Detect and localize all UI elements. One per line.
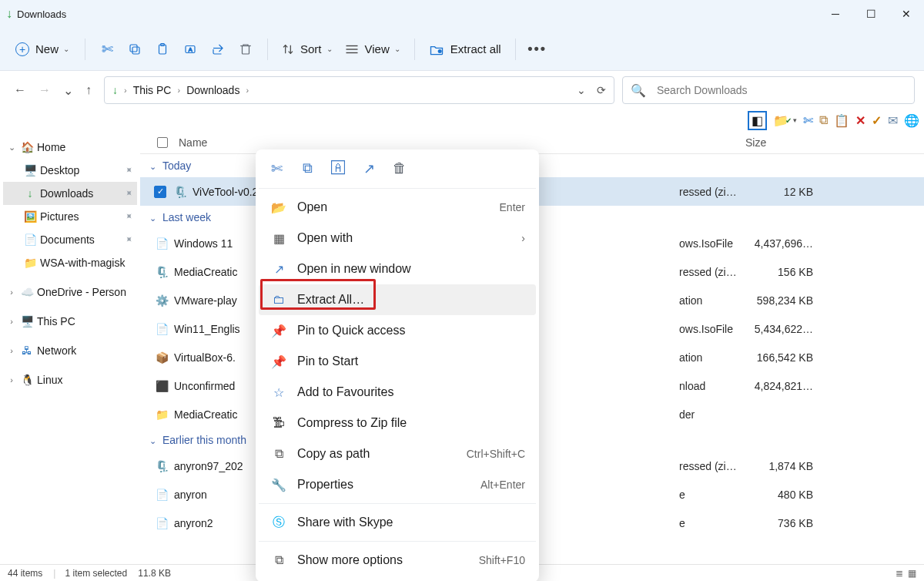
sidebar-wsa[interactable]: 📁WSA-with-magisk bbox=[3, 251, 137, 274]
extract-all-label: Extract all bbox=[450, 42, 501, 55]
minimize-button[interactable]: ─ bbox=[818, 0, 853, 28]
maximize-button[interactable]: ☐ bbox=[853, 0, 889, 28]
cut-button[interactable]: ✄ bbox=[93, 35, 121, 63]
more-button[interactable]: ••• bbox=[524, 35, 551, 63]
ctx-pin-start[interactable]: 📌Pin to Start bbox=[259, 346, 536, 377]
group-label: Today bbox=[162, 160, 191, 172]
search-placeholder: Search Downloads bbox=[657, 84, 748, 96]
copy-icon[interactable]: ⧉ bbox=[299, 160, 316, 177]
ctx-open[interactable]: 📂OpenEnter bbox=[259, 192, 536, 223]
tiles-view-icon[interactable]: ▦ bbox=[908, 568, 916, 579]
sidebar-home[interactable]: ⌄🏠Home bbox=[3, 136, 137, 159]
address-dropdown-button[interactable]: ⌄ bbox=[577, 84, 586, 96]
check-icon[interactable]: ✓ bbox=[872, 113, 882, 128]
file-type: ation bbox=[679, 351, 702, 364]
file-size: 12 KB bbox=[750, 186, 813, 198]
ctx-shortcut: Enter bbox=[500, 201, 525, 213]
delete-button[interactable] bbox=[232, 35, 259, 63]
column-size[interactable]: Size bbox=[745, 136, 766, 149]
folder-check-icon[interactable]: 📁✔▾ bbox=[773, 113, 797, 128]
file-icon: 📄 bbox=[154, 489, 169, 501]
sidebar-desktop[interactable]: 🖥️Desktop✦ bbox=[3, 159, 137, 182]
file-name: ViVeTool-v0.2 bbox=[192, 186, 258, 198]
share-button[interactable] bbox=[204, 35, 232, 63]
paste-button[interactable] bbox=[149, 35, 176, 63]
sidebar-label: Pictures bbox=[40, 210, 79, 223]
up-button[interactable]: ↑ bbox=[85, 83, 92, 98]
back-button[interactable]: ← bbox=[14, 83, 26, 98]
new-button[interactable]: + New ⌄ bbox=[8, 38, 77, 61]
svg-text:A: A bbox=[189, 46, 192, 53]
sort-button[interactable]: Sort ⌄ bbox=[276, 38, 339, 60]
ctx-show-more[interactable]: ⧉Show more optionsShift+F10 bbox=[259, 545, 536, 576]
path-icon: ⧉ bbox=[270, 447, 288, 461]
file-type: der bbox=[679, 408, 695, 421]
sidebar-downloads[interactable]: ↓Downloads✦ bbox=[3, 182, 137, 205]
row-checkbox[interactable]: ✓ bbox=[154, 186, 166, 198]
sidebar-onedrive[interactable]: ›☁️OneDrive - Person bbox=[3, 280, 137, 304]
ctx-compress[interactable]: 🗜Compress to Zip file bbox=[259, 408, 536, 438]
x-icon[interactable]: ✕ bbox=[855, 113, 865, 128]
window-title: Downloads bbox=[17, 8, 66, 20]
sidebar-thispc[interactable]: ›🖥️This PC bbox=[3, 310, 137, 333]
sidebar-label: Home bbox=[37, 141, 65, 153]
share-icon[interactable]: ↗ bbox=[360, 160, 377, 177]
rename-button[interactable]: A bbox=[176, 35, 204, 63]
view-label: View bbox=[365, 42, 390, 55]
recent-button[interactable]: ⌄ bbox=[63, 83, 73, 98]
chevron-right-icon: › bbox=[246, 86, 249, 95]
clipboard-icon[interactable]: 📋 bbox=[834, 113, 849, 128]
chevron-right-icon: › bbox=[124, 86, 127, 95]
copy-icon[interactable]: ⧉ bbox=[819, 113, 828, 127]
ctx-extract-all[interactable]: 🗀Extract All… bbox=[259, 284, 536, 315]
ctx-open-with[interactable]: ▦Open with› bbox=[259, 223, 536, 254]
ctx-share-skype[interactable]: ⓈShare with Skype bbox=[259, 507, 536, 538]
ctx-properties[interactable]: 🔧PropertiesAlt+Enter bbox=[259, 469, 536, 500]
details-view-icon[interactable]: ≣ bbox=[896, 568, 903, 579]
close-button[interactable]: ✕ bbox=[889, 0, 924, 28]
file-size: 1,874 KB bbox=[750, 460, 813, 472]
ctx-open-new-window[interactable]: ↗Open in new window bbox=[259, 254, 536, 284]
ctx-label: Open bbox=[297, 200, 327, 214]
address-bar[interactable]: ↓ › This PC › Downloads › ⌄ ⟳ bbox=[104, 76, 614, 104]
forward-button[interactable]: → bbox=[38, 83, 51, 98]
mail-icon[interactable]: ✉ bbox=[888, 113, 898, 128]
sidebar-pictures[interactable]: 🖼️Pictures✦ bbox=[3, 205, 137, 228]
ctx-label: Open in new window bbox=[297, 262, 411, 276]
downloads-title-icon: ↓ bbox=[6, 7, 12, 21]
view-button[interactable]: View ⌄ bbox=[339, 38, 407, 60]
rename-icon[interactable]: 🄰 bbox=[330, 160, 346, 177]
wrench-icon: 🔧 bbox=[270, 478, 288, 492]
ctx-favourites[interactable]: ☆Add to Favourites bbox=[259, 377, 536, 408]
ctx-copy-path[interactable]: ⧉Copy as pathCtrl+Shift+C bbox=[259, 438, 536, 469]
sidebar-network[interactable]: ›🖧Network bbox=[3, 339, 137, 362]
file-type: e bbox=[679, 489, 685, 501]
sidebar-label: OneDrive - Person bbox=[37, 286, 126, 298]
folder-icon: 📂 bbox=[270, 200, 288, 215]
globe-icon[interactable]: 🌐 bbox=[904, 113, 919, 128]
column-name[interactable]: Name bbox=[179, 136, 207, 149]
panel-icon[interactable]: ◧ bbox=[748, 111, 767, 130]
ctx-label: Compress to Zip file bbox=[297, 416, 407, 430]
toolbar: + New ⌄ ✄ A Sort ⌄ View ⌄ Extract all ••… bbox=[0, 28, 924, 71]
search-box[interactable]: 🔍 Search Downloads bbox=[622, 76, 915, 104]
breadcrumb-thispc[interactable]: This PC bbox=[133, 84, 172, 96]
sidebar-linux[interactable]: ›🐧Linux bbox=[3, 368, 137, 391]
file-icon: 🗜️ bbox=[154, 266, 169, 278]
extract-all-button[interactable]: Extract all bbox=[423, 38, 507, 61]
scissors-icon[interactable]: ✄ bbox=[803, 113, 813, 128]
refresh-button[interactable]: ⟳ bbox=[597, 84, 606, 96]
select-all-checkbox[interactable] bbox=[157, 137, 168, 148]
nav-buttons: ← → ⌄ ↑ bbox=[9, 83, 96, 98]
file-name: anyron2 bbox=[174, 517, 213, 529]
chevron-down-icon: ⌄ bbox=[326, 45, 333, 53]
delete-icon[interactable]: 🗑 bbox=[391, 160, 408, 177]
breadcrumb-downloads[interactable]: Downloads bbox=[186, 84, 239, 96]
separator bbox=[85, 39, 85, 60]
copy-button[interactable] bbox=[121, 35, 149, 63]
file-size: 598,234 KB bbox=[750, 294, 813, 307]
cut-icon[interactable]: ✄ bbox=[268, 160, 285, 177]
ctx-pin-quick[interactable]: 📌Pin to Quick access bbox=[259, 315, 536, 346]
file-name: anyron bbox=[174, 489, 207, 501]
sidebar-documents[interactable]: 📄Documents✦ bbox=[3, 228, 137, 251]
